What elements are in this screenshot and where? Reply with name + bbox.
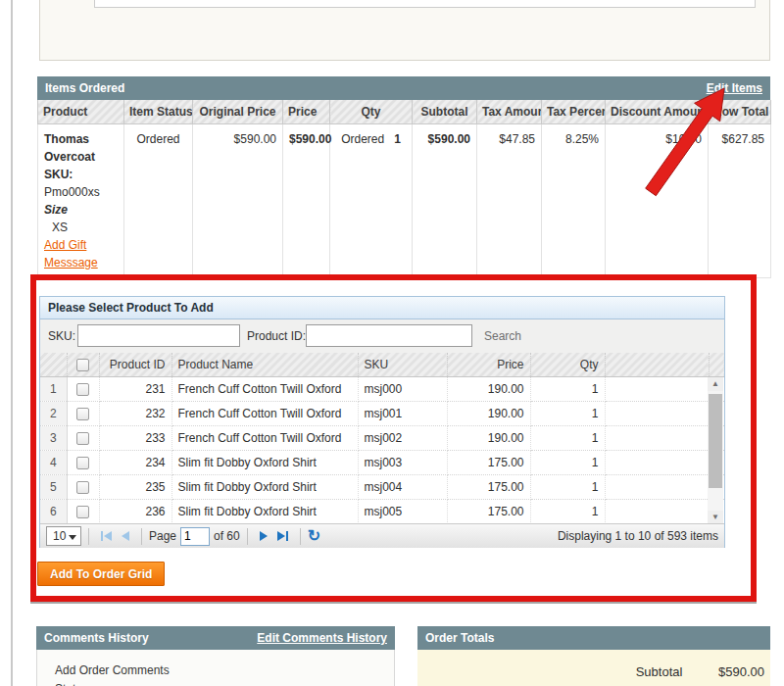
- product-row[interactable]: 6 236 Slim fit Dobby Oxford Shirt msj005…: [40, 499, 724, 523]
- cell-sku: msj003: [358, 450, 447, 474]
- page-input[interactable]: [180, 527, 210, 546]
- cell-qty: 1: [530, 450, 605, 474]
- product-grid: Product ID Product Name SKU Price Qty 1 …: [40, 353, 724, 524]
- col-product: Product: [38, 100, 124, 123]
- sku-filter-input[interactable]: [77, 324, 240, 347]
- product-sku: Pmo000xs: [44, 183, 118, 201]
- cell-product-id: 231: [99, 376, 172, 401]
- add-to-order-grid-button[interactable]: Add To Order Grid: [37, 562, 165, 586]
- prev-page-button[interactable]: [122, 531, 129, 541]
- edit-comments-history-link[interactable]: Edit Comments History: [257, 631, 387, 645]
- row-checkbox[interactable]: [76, 432, 89, 445]
- grid-col-sku: SKU: [358, 353, 447, 376]
- comments-history-section: Comments History Edit Comments History A…: [36, 626, 395, 686]
- order-edit-page: ✔ Save Gift Message Items Ordered Edit I…: [0, 0, 784, 686]
- product-selector-header: Please Select Product To Add: [40, 297, 724, 319]
- cell-price: 175.00: [447, 450, 530, 474]
- last-page-button[interactable]: [277, 531, 288, 541]
- per-page-select[interactable]: 10: [46, 526, 81, 546]
- page-label: Page: [149, 529, 176, 543]
- divider: [247, 528, 248, 545]
- grid-col-qty: Qty: [530, 353, 605, 376]
- comments-history-title: Comments History: [44, 631, 149, 645]
- cell-filler: [605, 401, 709, 425]
- page-of-label: of 60: [214, 529, 240, 543]
- row-number: 3: [40, 425, 67, 450]
- items-ordered-header: Items Ordered Edit Items: [37, 76, 770, 100]
- order-totals-section: Order Totals Subtotal $590.00: [417, 626, 770, 686]
- product-name: Thomas Overcoat: [44, 130, 118, 166]
- cell-filler: [605, 499, 709, 523]
- product-row[interactable]: 3 233 French Cuff Cotton Twill Oxford ms…: [40, 425, 724, 450]
- cell-qty: 1: [530, 499, 605, 523]
- row-checkbox[interactable]: [76, 481, 89, 494]
- cell-product-name: French Cuff Cotton Twill Oxford: [172, 425, 358, 450]
- cell-price: 190.00: [447, 376, 530, 401]
- items-ordered-table: Product Item Status Original Price Price…: [37, 100, 771, 278]
- tax-amount-cell: $47.85: [477, 123, 542, 277]
- select-all-checkbox[interactable]: [76, 359, 89, 371]
- product-row[interactable]: 5 235 Slim fit Dobby Oxford Shirt msj004…: [40, 474, 724, 499]
- col-subtotal: Subtotal: [413, 100, 477, 123]
- col-row-total: Row Total: [709, 100, 771, 123]
- product-selector-title: Please Select Product To Add: [48, 301, 214, 315]
- per-page-value: 10: [53, 529, 66, 543]
- col-item-status: Item Status: [124, 100, 193, 123]
- row-checkbox[interactable]: [76, 383, 89, 396]
- cell-sku: msj005: [358, 499, 447, 523]
- search-button[interactable]: Search: [484, 329, 521, 343]
- scroll-up-icon[interactable]: ▲: [708, 377, 723, 391]
- product-cell: Thomas Overcoat SKU: Pmo000xs Size XS Ad…: [38, 123, 124, 277]
- row-checkbox[interactable]: [76, 408, 89, 420]
- scroll-down-icon[interactable]: ▼: [708, 511, 723, 524]
- first-page-button[interactable]: [101, 531, 112, 541]
- product-selector-panel: Please Select Product To Add SKU: Produc…: [39, 296, 725, 548]
- row-checkbox[interactable]: [76, 457, 89, 469]
- scrollbar-thumb[interactable]: [709, 394, 722, 488]
- col-original-price: Original Price: [193, 100, 283, 123]
- divider: [300, 528, 301, 545]
- edit-items-link[interactable]: Edit Items: [707, 81, 762, 95]
- cell-price: 175.00: [447, 474, 530, 499]
- comments-history-header: Comments History Edit Comments History: [36, 626, 395, 650]
- add-to-order-grid-label: Add To Order Grid: [50, 567, 152, 581]
- items-row: Thomas Overcoat SKU: Pmo000xs Size XS Ad…: [38, 123, 771, 277]
- product-id-filter-input[interactable]: [306, 324, 472, 347]
- gift-message-fieldset: [94, 0, 756, 8]
- cell-price: 190.00: [447, 401, 530, 425]
- price-cell: $590.00: [283, 123, 330, 277]
- pager-status: Displaying 1 to 10 of 593 items: [558, 529, 718, 543]
- product-row[interactable]: 4 234 Slim fit Dobby Oxford Shirt msj003…: [40, 450, 724, 474]
- original-price-cell: $590.00: [193, 123, 283, 277]
- product-row[interactable]: 2 232 French Cuff Cotton Twill Oxford ms…: [40, 401, 724, 425]
- product-sku-label: SKU:: [44, 166, 118, 183]
- row-number: 1: [40, 376, 67, 401]
- divider: [88, 528, 89, 545]
- col-qty: Qty: [330, 100, 413, 123]
- row-checkbox[interactable]: [76, 506, 89, 518]
- cell-product-id: 236: [99, 499, 172, 523]
- cell-filler: [605, 450, 709, 474]
- next-page-button[interactable]: [260, 531, 268, 541]
- order-totals-header: Order Totals: [417, 626, 770, 650]
- cell-sku: msj004: [358, 474, 447, 499]
- refresh-icon[interactable]: ↻: [308, 528, 320, 544]
- grid-scrollbar[interactable]: ▲ ▼: [708, 377, 723, 524]
- cell-product-id: 235: [99, 474, 172, 499]
- cell-filler: [605, 474, 709, 499]
- item-status-cell: Ordered: [124, 123, 193, 277]
- page-left-border: [11, 0, 13, 686]
- product-row[interactable]: 1 231 French Cuff Cotton Twill Oxford ms…: [40, 376, 724, 401]
- tax-percent-cell: 8.25%: [542, 123, 606, 277]
- col-tax-percent: Tax Percent: [542, 100, 606, 123]
- cell-product-name: Slim fit Dobby Oxford Shirt: [172, 499, 358, 523]
- add-gift-message-link[interactable]: Add Gift Messsage: [44, 238, 98, 270]
- subtotal-value: $590.00: [704, 664, 764, 679]
- cell-product-name: Slim fit Dobby Oxford Shirt: [172, 450, 358, 474]
- cell-product-name: French Cuff Cotton Twill Oxford: [172, 401, 358, 425]
- qty-status: Ordered: [341, 132, 384, 146]
- row-total-cell: $627.85: [709, 123, 771, 277]
- col-price: Price: [283, 100, 330, 123]
- order-totals-title: Order Totals: [425, 631, 494, 645]
- subtotal-row: Subtotal $590.00: [636, 664, 764, 679]
